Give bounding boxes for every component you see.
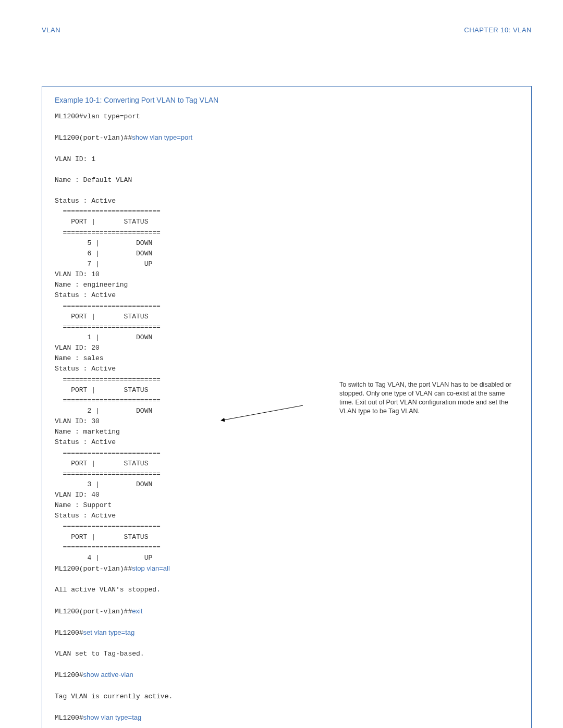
callout-text: To switch to Tag VLAN, the port VLAN has… <box>339 380 517 416</box>
header-right: CHAPTER 10: VLAN <box>464 26 532 34</box>
arrow-icon <box>219 404 308 425</box>
header-left: VLAN <box>42 26 60 34</box>
cli-command: show vlan type=port <box>132 133 192 141</box>
cli-prefix: ML1200(port-vlan)## <box>55 134 132 142</box>
cli-prefix: ML1200# <box>55 714 83 722</box>
cli-line: ML1200#vlan type=port <box>55 113 140 120</box>
cli-block: VLAN ID: 1 Name : Default VLAN Status : … <box>55 155 161 562</box>
svg-line-1 <box>224 405 303 420</box>
cli-command: set vlan type=tag <box>83 628 135 636</box>
cli-prefix: ML1200(port-vlan)## <box>55 565 132 573</box>
cli-line: All active VLAN's stopped. <box>55 586 161 594</box>
page: VLAN CHAPTER 10: VLAN Example 10-1: Conv… <box>0 0 563 728</box>
cli-prefix: ML1200# <box>55 629 83 637</box>
cli-prefix: ML1200(port-vlan)## <box>55 608 132 615</box>
cli-line: Tag VLAN is currently active. <box>55 693 173 700</box>
example-title: Example 10-1: Converting Port VLAN to Ta… <box>55 96 517 104</box>
cli-line: VLAN set to Tag-based. <box>55 650 144 658</box>
running-header: VLAN CHAPTER 10: VLAN <box>42 26 532 34</box>
cli-command: show active-vlan <box>83 671 133 678</box>
cli-command: stop vlan=all <box>132 564 170 572</box>
cli-command: show vlan type=tag <box>83 713 142 721</box>
cli-command: exit <box>132 607 142 615</box>
cli-prefix: ML1200# <box>55 671 83 679</box>
example-box: Example 10-1: Converting Port VLAN to Ta… <box>42 86 532 728</box>
